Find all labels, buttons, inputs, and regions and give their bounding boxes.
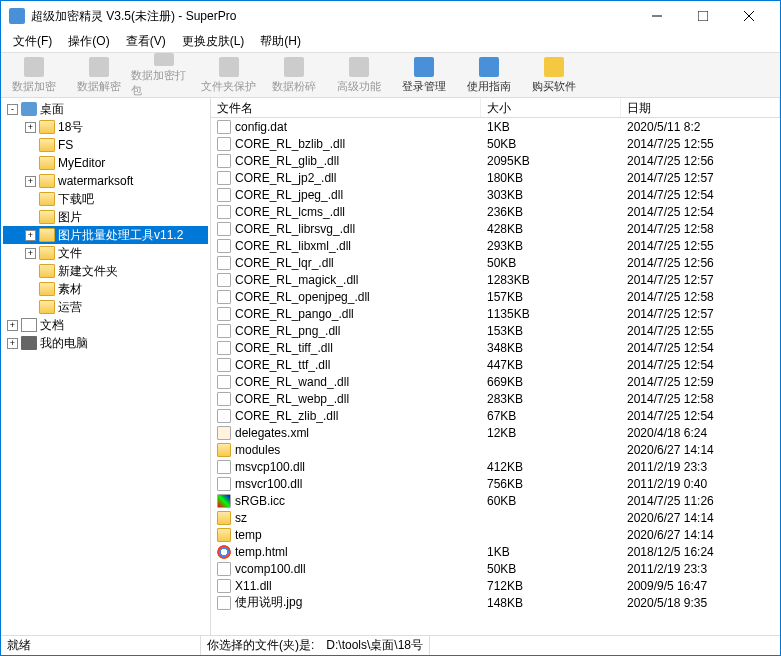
file-size: 236KB — [481, 205, 621, 219]
toolbar-icon — [479, 57, 499, 77]
list-item[interactable]: CORE_RL_pango_.dll1135KB2014/7/25 12:57 — [211, 305, 780, 322]
tree-item[interactable]: MyEditor — [3, 154, 208, 172]
collapse-icon[interactable]: - — [7, 104, 18, 115]
tree-item[interactable]: +我的电脑 — [3, 334, 208, 352]
folder-tree[interactable]: -桌面+18号FSMyEditor+watermarksoft下载吧图片+图片批… — [1, 98, 211, 635]
doc-icon — [21, 318, 37, 332]
list-item[interactable]: CORE_RL_lcms_.dll236KB2014/7/25 12:54 — [211, 203, 780, 220]
toolbar-icon — [349, 57, 369, 77]
list-item[interactable]: msvcp100.dll412KB2011/2/19 23:3 — [211, 458, 780, 475]
toolbar-8[interactable]: 购买软件 — [521, 53, 586, 98]
list-item[interactable]: temp2020/6/27 14:14 — [211, 526, 780, 543]
list-item[interactable]: CORE_RL_magick_.dll1283KB2014/7/25 12:57 — [211, 271, 780, 288]
list-item[interactable]: CORE_RL_wand_.dll669KB2014/7/25 12:59 — [211, 373, 780, 390]
tree-label: 图片 — [58, 209, 82, 226]
tree-item[interactable]: +文件 — [3, 244, 208, 262]
close-button[interactable] — [726, 1, 772, 31]
xml-icon — [217, 426, 231, 440]
tree-item[interactable]: 下载吧 — [3, 190, 208, 208]
expand-icon[interactable]: + — [7, 320, 18, 331]
file-icon — [217, 188, 231, 202]
list-item[interactable]: CORE_RL_glib_.dll2095KB2014/7/25 12:56 — [211, 152, 780, 169]
file-size: 12KB — [481, 426, 621, 440]
tree-spacer — [25, 302, 36, 313]
file-icon — [217, 273, 231, 287]
list-item[interactable]: CORE_RL_libxml_.dll293KB2014/7/25 12:55 — [211, 237, 780, 254]
list-item[interactable]: modules2020/6/27 14:14 — [211, 441, 780, 458]
expand-icon[interactable]: + — [25, 230, 36, 241]
file-date: 2014/7/25 12:54 — [621, 409, 780, 423]
list-item[interactable]: CORE_RL_lqr_.dll50KB2014/7/25 12:56 — [211, 254, 780, 271]
toolbar-7[interactable]: 使用指南 — [456, 53, 521, 98]
col-date[interactable]: 日期 — [621, 98, 780, 117]
expand-icon[interactable]: + — [25, 122, 36, 133]
list-item[interactable]: sRGB.icc60KB2014/7/25 11:26 — [211, 492, 780, 509]
main-area: -桌面+18号FSMyEditor+watermarksoft下载吧图片+图片批… — [1, 98, 780, 635]
file-date: 2011/2/19 23:3 — [621, 562, 780, 576]
list-item[interactable]: CORE_RL_jp2_.dll180KB2014/7/25 12:57 — [211, 169, 780, 186]
list-item[interactable]: msvcr100.dll756KB2011/2/19 0:40 — [211, 475, 780, 492]
tree-item[interactable]: -桌面 — [3, 100, 208, 118]
file-date: 2014/7/25 12:54 — [621, 205, 780, 219]
toolbar-label: 使用指南 — [467, 79, 511, 94]
list-item[interactable]: CORE_RL_png_.dll153KB2014/7/25 12:55 — [211, 322, 780, 339]
toolbar-2: 数据加密打包 — [131, 53, 196, 98]
file-date: 2020/6/27 14:14 — [621, 443, 780, 457]
list-item[interactable]: CORE_RL_zlib_.dll67KB2014/7/25 12:54 — [211, 407, 780, 424]
list-item[interactable]: temp.html1KB2018/12/5 16:24 — [211, 543, 780, 560]
file-name: msvcr100.dll — [235, 477, 302, 491]
tree-item[interactable]: +图片批量处理工具v11.2 — [3, 226, 208, 244]
chrome-icon — [217, 545, 231, 559]
minimize-button[interactable] — [634, 1, 680, 31]
list-item[interactable]: CORE_RL_openjpeg_.dll157KB2014/7/25 12:5… — [211, 288, 780, 305]
file-icon — [217, 596, 231, 610]
col-name[interactable]: 文件名 — [211, 98, 481, 117]
menu-4[interactable]: 帮助(H) — [252, 31, 309, 52]
toolbar-icon — [414, 57, 434, 77]
toolbar-1: 数据解密 — [66, 53, 131, 98]
tree-spacer — [25, 194, 36, 205]
list-item[interactable]: sz2020/6/27 14:14 — [211, 509, 780, 526]
menu-3[interactable]: 更换皮肤(L) — [174, 31, 253, 52]
list-item[interactable]: CORE_RL_ttf_.dll447KB2014/7/25 12:54 — [211, 356, 780, 373]
expand-icon[interactable]: + — [25, 248, 36, 259]
list-item[interactable]: CORE_RL_webp_.dll283KB2014/7/25 12:58 — [211, 390, 780, 407]
maximize-button[interactable] — [680, 1, 726, 31]
expand-icon[interactable]: + — [25, 176, 36, 187]
file-date: 2020/6/27 14:14 — [621, 528, 780, 542]
status-sel-label: 你选择的文件(夹)是: — [207, 637, 314, 654]
file-name: CORE_RL_wand_.dll — [235, 375, 349, 389]
file-name: vcomp100.dll — [235, 562, 306, 576]
col-size[interactable]: 大小 — [481, 98, 621, 117]
tree-spacer — [25, 284, 36, 295]
toolbar-6[interactable]: 登录管理 — [391, 53, 456, 98]
tree-label: 我的电脑 — [40, 335, 88, 352]
tree-item[interactable]: +18号 — [3, 118, 208, 136]
menu-0[interactable]: 文件(F) — [5, 31, 60, 52]
list-item[interactable]: CORE_RL_librsvg_.dll428KB2014/7/25 12:58 — [211, 220, 780, 237]
file-rows[interactable]: config.dat1KB2020/5/11 8:2CORE_RL_bzlib_… — [211, 118, 780, 635]
list-item[interactable]: X11.dll712KB2009/9/5 16:47 — [211, 577, 780, 594]
file-name: temp — [235, 528, 262, 542]
expand-icon[interactable]: + — [7, 338, 18, 349]
list-item[interactable]: CORE_RL_jpeg_.dll303KB2014/7/25 12:54 — [211, 186, 780, 203]
list-item[interactable]: CORE_RL_tiff_.dll348KB2014/7/25 12:54 — [211, 339, 780, 356]
tree-item[interactable]: +文档 — [3, 316, 208, 334]
tree-item[interactable]: 素材 — [3, 280, 208, 298]
menu-2[interactable]: 查看(V) — [118, 31, 174, 52]
file-name: CORE_RL_jp2_.dll — [235, 171, 336, 185]
list-item[interactable]: 使用说明.jpg148KB2020/5/18 9:35 — [211, 594, 780, 611]
menu-1[interactable]: 操作(O) — [60, 31, 117, 52]
list-item[interactable]: vcomp100.dll50KB2011/2/19 23:3 — [211, 560, 780, 577]
file-name: CORE_RL_zlib_.dll — [235, 409, 338, 423]
list-item[interactable]: delegates.xml12KB2020/4/18 6:24 — [211, 424, 780, 441]
tree-item[interactable]: +watermarksoft — [3, 172, 208, 190]
folder-icon — [39, 192, 55, 206]
tree-item[interactable]: 图片 — [3, 208, 208, 226]
toolbar-icon — [544, 57, 564, 77]
list-item[interactable]: config.dat1KB2020/5/11 8:2 — [211, 118, 780, 135]
tree-item[interactable]: 运营 — [3, 298, 208, 316]
tree-item[interactable]: FS — [3, 136, 208, 154]
list-item[interactable]: CORE_RL_bzlib_.dll50KB2014/7/25 12:55 — [211, 135, 780, 152]
tree-item[interactable]: 新建文件夹 — [3, 262, 208, 280]
